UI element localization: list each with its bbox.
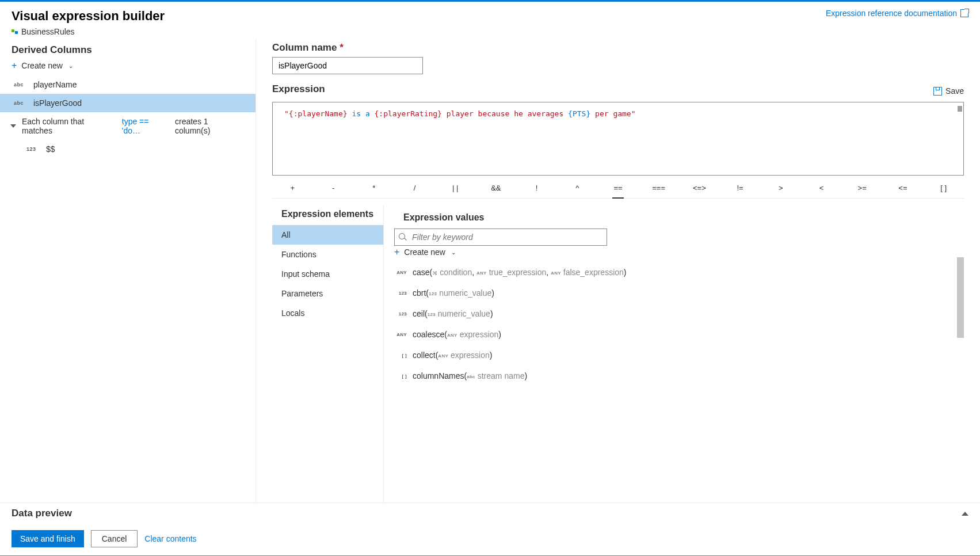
save-finish-button[interactable]: Save and finish: [12, 530, 84, 547]
pattern-sub-column[interactable]: 123 $$: [0, 140, 256, 158]
element-all[interactable]: All: [272, 225, 383, 245]
fn-case[interactable]: ANYcase(⤭ condition, ANY true_expression…: [394, 262, 954, 283]
caret-down-icon: [10, 124, 16, 128]
fn-cbrt[interactable]: 123cbrt(123 numeric_value): [394, 283, 954, 303]
operator-[interactable]: ==: [598, 180, 639, 198]
expression-editor[interactable]: "{:playerName} is a {:playerRating} play…: [272, 102, 964, 176]
sub-col-name: $$: [46, 144, 55, 154]
dataset-icon: [12, 28, 18, 35]
create-new-value-label: Create new: [404, 247, 445, 257]
elements-title: Expression elements: [272, 205, 383, 225]
derived-columns-sidebar: Derived Columns + Create new ⌄ abcplayer…: [0, 39, 256, 502]
operator-[interactable]: <=: [883, 180, 924, 198]
pattern-prefix: Each column that matches: [22, 117, 116, 135]
element-input-schema[interactable]: Input schema: [272, 264, 383, 284]
operator-[interactable]: *: [353, 180, 394, 198]
column-name-input[interactable]: [272, 57, 423, 74]
operator-[interactable]: !: [516, 180, 557, 198]
operator-[interactable]: >: [760, 180, 801, 198]
page-title: Visual expression builder: [12, 9, 165, 24]
expression-label: Expression: [272, 83, 325, 95]
breadcrumb: BusinessRules: [12, 27, 165, 36]
create-new-column[interactable]: + Create new ⌄: [0, 59, 256, 75]
plus-icon: +: [394, 247, 399, 257]
return-type: [ ]: [394, 374, 407, 379]
expression-elements-panel: Expression elements AllFunctionsInput sc…: [272, 205, 384, 502]
chevron-up-icon: [962, 512, 968, 516]
save-icon: [933, 87, 942, 96]
return-type: 123: [394, 291, 407, 296]
values-scrollbar[interactable]: [957, 257, 964, 502]
operator-[interactable]: &&: [476, 180, 517, 198]
type-tag: 123: [26, 146, 39, 152]
column-item[interactable]: abcisPlayerGood: [0, 94, 256, 112]
element-parameters[interactable]: Parameters: [272, 284, 383, 303]
col-name: isPlayerGood: [33, 98, 82, 108]
app-frame: Visual expression builder BusinessRules …: [0, 2, 980, 556]
type-tag: abc: [14, 100, 26, 106]
operator-[interactable]: /: [394, 180, 435, 198]
operator-[interactable]: !=: [720, 180, 761, 198]
content-pane: Column name * Expression Save "{:playerN…: [256, 39, 980, 502]
pattern-condition[interactable]: type == 'do…: [122, 117, 169, 135]
return-type: [ ]: [394, 353, 407, 358]
footer: Save and finish Cancel Clear contents: [0, 524, 980, 555]
fn-coalesce[interactable]: ANYcoalesce(ANY expression): [394, 324, 954, 345]
return-type: ANY: [394, 270, 407, 275]
operator-[interactable]: | |: [435, 180, 476, 198]
fn-ceil[interactable]: 123ceil(123 numeric_value): [394, 303, 954, 324]
clear-contents-link[interactable]: Clear contents: [144, 534, 196, 543]
editor-scrollbar[interactable]: [958, 106, 962, 112]
operator-[interactable]: <: [801, 180, 842, 198]
create-new-value[interactable]: + Create new ⌄: [394, 246, 954, 262]
save-label: Save: [945, 86, 964, 96]
dataset-name: BusinessRules: [21, 27, 75, 36]
filter-input[interactable]: [394, 229, 607, 246]
operator-[interactable]: >=: [842, 180, 883, 198]
operator-[interactable]: +: [272, 180, 313, 198]
operator-[interactable]: ===: [638, 180, 679, 198]
column-item[interactable]: abcplayerName: [0, 75, 256, 94]
chevron-down-icon: ⌄: [451, 249, 456, 256]
fn-columnNames[interactable]: [ ]columnNames(abc stream name): [394, 365, 954, 386]
search-icon: [399, 233, 407, 241]
col-name: playerName: [33, 80, 77, 89]
pattern-row[interactable]: Each column that matches type == 'do… cr…: [0, 112, 256, 140]
operator-[interactable]: <=>: [679, 180, 720, 198]
return-type: 123: [394, 311, 407, 317]
operator-toolbar: +-*/| |&&!^=====<=>!=><>=<=[ ]: [272, 180, 964, 199]
doc-link[interactable]: Expression reference documentation: [826, 9, 968, 18]
preview-title: Data preview: [12, 508, 72, 519]
cancel-button[interactable]: Cancel: [91, 530, 138, 547]
lower-panels: Expression elements AllFunctionsInput sc…: [272, 205, 964, 502]
type-tag: abc: [14, 82, 26, 87]
sidebar-title: Derived Columns: [0, 42, 256, 59]
create-new-label: Create new: [21, 61, 63, 70]
element-functions[interactable]: Functions: [272, 245, 383, 264]
operator-[interactable]: ^: [557, 180, 598, 198]
save-expression-button[interactable]: Save: [933, 86, 964, 96]
main: Derived Columns + Create new ⌄ abcplayer…: [0, 39, 980, 502]
return-type: ANY: [394, 332, 407, 337]
operator-[interactable]: -: [313, 180, 354, 198]
column-name-label: Column name *: [272, 42, 964, 54]
values-title: Expression values: [394, 209, 954, 229]
header: Visual expression builder BusinessRules …: [0, 2, 980, 39]
element-locals[interactable]: Locals: [272, 303, 383, 323]
external-link-icon: [960, 9, 968, 17]
expression-values-panel: Expression values + Create new ⌄ ANYcase…: [384, 205, 964, 502]
doc-link-label: Expression reference documentation: [826, 9, 957, 18]
operator-[interactable]: [ ]: [923, 180, 964, 198]
plus-icon: +: [12, 60, 17, 71]
fn-collect[interactable]: [ ]collect(ANY expression): [394, 345, 954, 365]
chevron-down-icon: ⌄: [68, 63, 73, 69]
data-preview-bar[interactable]: Data preview: [0, 502, 980, 524]
pattern-suffix: creates 1 column(s): [175, 117, 245, 135]
